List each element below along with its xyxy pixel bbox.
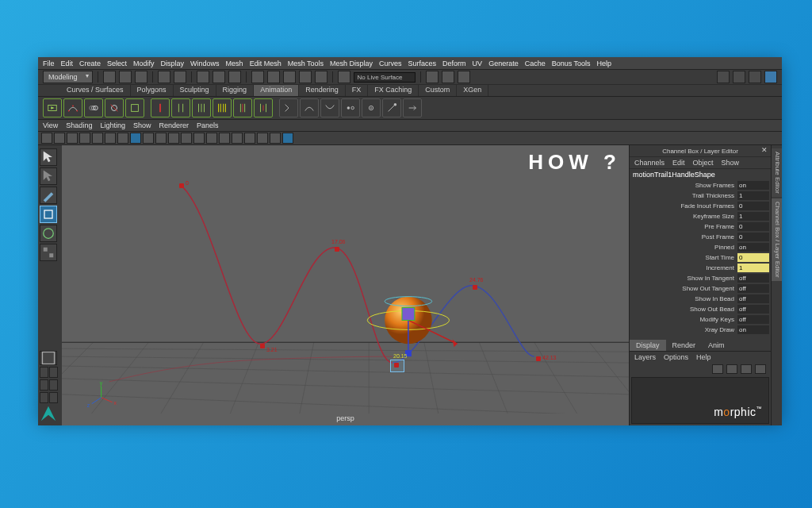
- live-surface-dropdown[interactable]: No Live Surface: [354, 72, 416, 83]
- panel-shading[interactable]: Shading: [66, 121, 92, 129]
- pt-lights-icon[interactable]: [193, 133, 205, 144]
- workspace-selector[interactable]: Modeling: [43, 71, 93, 83]
- layout4-icon[interactable]: [49, 379, 58, 391]
- move-tool-icon[interactable]: [40, 206, 57, 223]
- redo-icon[interactable]: [174, 71, 186, 83]
- options-menu[interactable]: Options: [664, 353, 688, 361]
- pt-grid-icon[interactable]: [105, 133, 116, 144]
- paint-tool-icon[interactable]: [40, 187, 57, 204]
- chan-tab-show[interactable]: Show: [722, 159, 740, 167]
- pt-shadows-icon[interactable]: [206, 133, 217, 144]
- pt-2d-icon[interactable]: [92, 133, 103, 144]
- menu-select[interactable]: Select: [107, 60, 127, 67]
- keyframe-1[interactable]: [260, 344, 265, 348]
- menu-editmesh[interactable]: Edit Mesh: [250, 60, 282, 67]
- shelf-tab-xgen[interactable]: XGen: [457, 85, 488, 96]
- shelf-tab-rigging[interactable]: Rigging: [216, 85, 255, 96]
- scale-tool-icon[interactable]: [40, 244, 57, 261]
- pt-xray-joints-icon[interactable]: [257, 133, 268, 144]
- shelf-setkey-icon[interactable]: [151, 98, 170, 117]
- layers-menu[interactable]: Layers: [634, 353, 656, 361]
- layer-add-icon[interactable]: [755, 364, 766, 374]
- magnet-icon[interactable]: [338, 71, 350, 83]
- menu-meshdisplay[interactable]: Mesh Display: [330, 60, 373, 67]
- save-scene-icon[interactable]: [135, 71, 147, 83]
- attr-value[interactable]: 1: [737, 191, 769, 200]
- channel-object-name[interactable]: motionTrail1HandleShape: [630, 169, 771, 180]
- layout2-icon[interactable]: [49, 367, 58, 378]
- rotate-tool-icon[interactable]: [40, 225, 57, 242]
- help-menu[interactable]: Help: [696, 353, 711, 361]
- pt-textured-icon[interactable]: [181, 133, 192, 144]
- attribute-editor-tab[interactable]: Attribute Editor: [772, 148, 782, 197]
- menu-modify[interactable]: Modify: [133, 60, 155, 67]
- layout-icon[interactable]: [717, 71, 730, 83]
- open-scene-icon[interactable]: [119, 71, 132, 83]
- workspace-icon[interactable]: [733, 71, 745, 83]
- sym3-icon[interactable]: [458, 71, 470, 83]
- menu-windows[interactable]: Windows: [190, 60, 220, 67]
- panel-renderer[interactable]: Renderer: [159, 121, 189, 129]
- shelf-tab-polygons[interactable]: Polygons: [131, 85, 174, 96]
- shelf-constraint1-icon[interactable]: [341, 98, 360, 117]
- shelf-tab-fx[interactable]: FX: [346, 85, 369, 96]
- attr-value[interactable]: 0: [737, 202, 769, 210]
- sym-icon[interactable]: [426, 71, 439, 83]
- snap-grid-icon[interactable]: [251, 71, 264, 83]
- pt-ao-icon[interactable]: [219, 133, 230, 144]
- keyframe-2[interactable]: [335, 247, 339, 252]
- chan-tab-object[interactable]: Object: [693, 159, 714, 167]
- pt-select-cam-icon[interactable]: [41, 133, 52, 144]
- attr-value[interactable]: off: [737, 315, 769, 324]
- shelf-keysel-icon[interactable]: [233, 98, 252, 117]
- menu-display[interactable]: Display: [161, 60, 185, 67]
- menu-generate[interactable]: Generate: [488, 60, 519, 67]
- layout6-icon[interactable]: [49, 392, 58, 403]
- shelf-inserkey-icon[interactable]: [254, 98, 273, 117]
- shelf-tab-animation[interactable]: Animation: [254, 85, 299, 96]
- account-icon[interactable]: [749, 71, 761, 83]
- layout1-icon[interactable]: [40, 367, 48, 378]
- shelf-tab-curves[interactable]: Curves / Surfaces: [60, 85, 131, 96]
- panel-lighting[interactable]: Lighting: [100, 121, 125, 129]
- menu-edit[interactable]: Edit: [61, 60, 74, 67]
- menu-bonustools[interactable]: Bonus Tools: [552, 60, 591, 67]
- menu-uv[interactable]: UV: [473, 60, 483, 67]
- lasso-icon[interactable]: [213, 71, 225, 83]
- layout5-icon[interactable]: [40, 392, 48, 403]
- panel-panels[interactable]: Panels: [197, 121, 219, 129]
- pt-image-plane-icon[interactable]: [79, 133, 90, 144]
- close-icon[interactable]: ✕: [761, 146, 768, 154]
- pt-motion-blur-icon[interactable]: [232, 133, 243, 144]
- shelf-keyall-icon[interactable]: [213, 98, 232, 117]
- menu-deform[interactable]: Deform: [442, 60, 466, 67]
- attr-value[interactable]: 1: [737, 264, 769, 272]
- render-tab[interactable]: Render: [666, 340, 703, 351]
- layout-toggle-icon[interactable]: [40, 351, 57, 365]
- select-tool-icon[interactable]: [40, 148, 57, 166]
- snap-point-icon[interactable]: [283, 71, 296, 83]
- layer-down-icon[interactable]: [741, 364, 752, 374]
- pt-res-gate-icon[interactable]: [130, 133, 141, 144]
- pt-isolate-icon[interactable]: [270, 133, 281, 144]
- shelf-ghost-icon[interactable]: [84, 98, 103, 117]
- layer-up-icon[interactable]: [726, 364, 737, 374]
- paint-select-icon[interactable]: [228, 71, 241, 83]
- menu-help[interactable]: Help: [597, 60, 612, 67]
- menu-meshtools[interactable]: Mesh Tools: [288, 60, 324, 67]
- pt-film-gate-icon[interactable]: [117, 133, 128, 144]
- shelf-curve1-icon[interactable]: [300, 98, 319, 117]
- pt-bookmarks-icon[interactable]: [67, 133, 78, 144]
- layers-list[interactable]: morphic™: [631, 377, 769, 424]
- pt-lock-cam-icon[interactable]: [54, 133, 65, 144]
- snap-plane-icon[interactable]: [299, 71, 312, 83]
- keyframe-4[interactable]: [473, 285, 477, 290]
- pt-expose-icon[interactable]: [282, 133, 293, 144]
- keyframe-5[interactable]: [536, 356, 541, 361]
- chan-tab-channels[interactable]: Channels: [634, 159, 665, 167]
- sym2-icon[interactable]: [442, 71, 454, 83]
- shelf-setanimkey-icon[interactable]: [171, 98, 190, 117]
- attr-value[interactable]: off: [737, 294, 769, 303]
- layout3-icon[interactable]: [40, 379, 48, 391]
- channel-box-tab[interactable]: Channel Box / Layer Editor: [772, 198, 782, 281]
